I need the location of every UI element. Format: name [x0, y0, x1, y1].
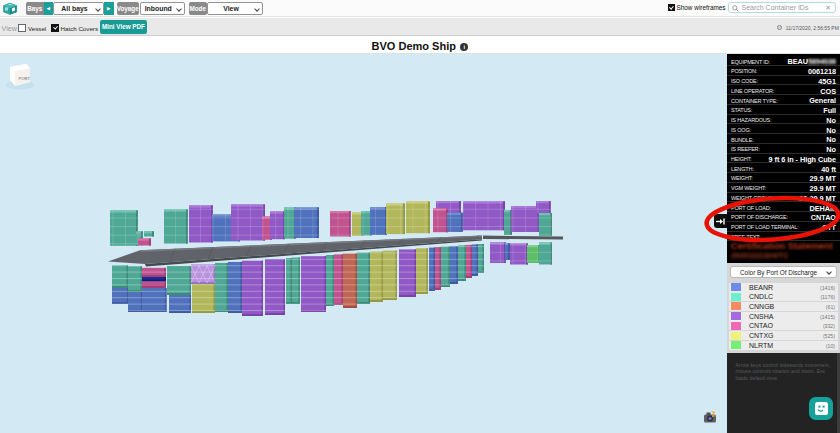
svg-text:PORT: PORT — [19, 76, 31, 81]
